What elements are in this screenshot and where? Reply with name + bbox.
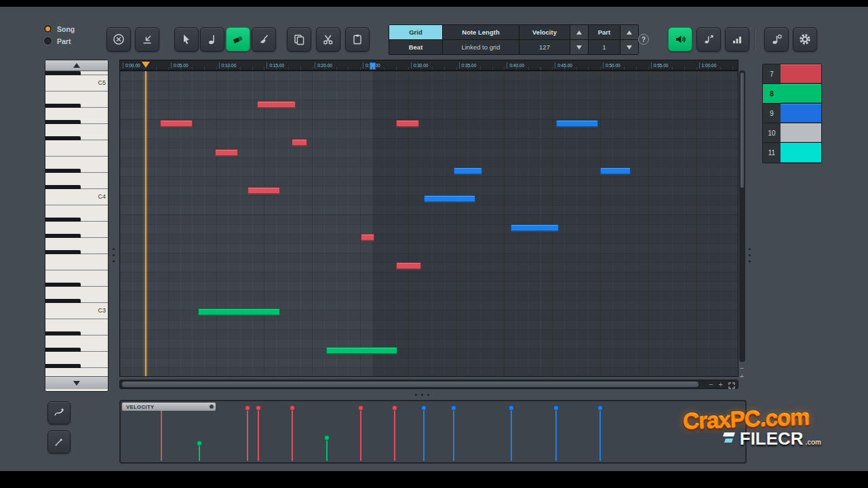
velocity-stem[interactable] <box>324 435 330 461</box>
part-up-button[interactable] <box>620 25 638 39</box>
velocity-value[interactable]: 127 <box>519 40 570 54</box>
velocity-stem-dot[interactable] <box>358 405 363 411</box>
midi-note[interactable] <box>257 101 296 108</box>
song-radio[interactable] <box>43 24 52 33</box>
piano-roll-grid[interactable] <box>119 70 738 377</box>
part-value[interactable]: 1 <box>589 40 620 54</box>
track-color-swatch[interactable] <box>781 143 821 163</box>
track-row[interactable]: 8 <box>763 84 821 104</box>
eraser-tool-button[interactable] <box>226 27 250 52</box>
export-part-button[interactable] <box>135 27 159 52</box>
track-row[interactable]: 11 <box>763 143 821 163</box>
velocity-stem[interactable] <box>256 405 261 461</box>
midi-note[interactable] <box>326 347 397 354</box>
velocity-stem[interactable] <box>553 405 559 461</box>
track-color-swatch[interactable] <box>781 84 821 103</box>
midi-note[interactable] <box>248 187 280 195</box>
editor-settings-button[interactable] <box>793 27 817 52</box>
clean-tool-button[interactable] <box>252 27 276 52</box>
timeline-ruler[interactable]: 0:00.000:05.000:10.000:15.000:20.000:25.… <box>119 60 738 70</box>
piano-white-key[interactable]: C3 <box>45 303 108 319</box>
midi-note[interactable] <box>361 234 374 241</box>
midi-note[interactable] <box>215 149 238 157</box>
track-color-swatch[interactable] <box>781 64 821 83</box>
velocity-down-button[interactable] <box>570 40 588 54</box>
draw-curve-tool-button[interactable] <box>47 401 71 424</box>
note-length-value[interactable]: Linked to grid <box>443 40 519 54</box>
note-settings-button[interactable] <box>764 27 789 52</box>
keyboard-scroll-down-button[interactable] <box>45 377 108 389</box>
transpose-button[interactable] <box>696 27 721 52</box>
part-mode-option[interactable]: Part <box>43 37 75 45</box>
velocity-stem[interactable] <box>421 405 427 461</box>
velocity-stem[interactable] <box>159 405 164 461</box>
velocity-stem[interactable] <box>597 405 603 461</box>
zoom-in-horizontal-button[interactable]: + <box>719 380 723 388</box>
velocity-stem[interactable] <box>290 405 295 461</box>
zoom-out-horizontal-button[interactable]: − <box>709 380 713 388</box>
piano-white-key[interactable]: C5 <box>45 75 108 92</box>
audition-toggle-button[interactable] <box>668 27 692 52</box>
lane-resize-handle[interactable] <box>415 394 417 396</box>
velocity-stem-dot[interactable] <box>421 405 427 411</box>
part-radio[interactable] <box>43 37 52 45</box>
quantize-button[interactable] <box>725 27 749 52</box>
velocity-lane-selector[interactable]: VELOCITY <box>122 403 216 411</box>
vertical-scrollbar[interactable] <box>739 70 745 362</box>
midi-note[interactable] <box>600 167 631 175</box>
velocity-stem-dot[interactable] <box>256 405 261 411</box>
track-color-swatch[interactable] <box>781 123 821 142</box>
velocity-stem-dot[interactable] <box>290 405 295 411</box>
velocity-stem-dot[interactable] <box>392 405 397 411</box>
horizontal-scrollbar-thumb[interactable] <box>122 382 698 387</box>
close-editor-button[interactable] <box>106 27 131 52</box>
copy-button[interactable] <box>287 27 311 52</box>
cut-button[interactable] <box>316 27 340 52</box>
midi-note[interactable] <box>292 139 307 146</box>
piano-white-key[interactable] <box>45 140 108 157</box>
velocity-up-button[interactable] <box>570 25 588 39</box>
draw-line-tool-button[interactable] <box>47 430 71 453</box>
velocity-stem[interactable] <box>245 405 250 461</box>
velocity-stem[interactable] <box>197 441 202 461</box>
midi-note[interactable] <box>424 195 475 203</box>
velocity-stem-dot[interactable] <box>451 405 456 411</box>
midi-note[interactable] <box>396 262 421 270</box>
velocity-stem[interactable] <box>392 405 397 461</box>
midi-note[interactable] <box>556 120 598 127</box>
grid-mode-cell[interactable]: Grid <box>389 25 442 39</box>
velocity-stem-dot[interactable] <box>509 405 514 411</box>
keyboard-scroll-up-button[interactable] <box>45 60 108 70</box>
beat-mode-cell[interactable]: Beat <box>389 40 442 54</box>
piano-white-key[interactable]: C4 <box>45 189 108 205</box>
track-row[interactable]: 9 <box>763 104 821 123</box>
playhead-marker[interactable] <box>142 62 150 68</box>
note-length-header[interactable]: Note Length <box>443 25 519 39</box>
paste-button[interactable] <box>345 27 370 52</box>
velocity-stem[interactable] <box>358 405 363 461</box>
midi-note[interactable] <box>396 120 419 127</box>
track-row[interactable]: 10 <box>763 123 821 143</box>
zoom-in-vertical-button[interactable]: + <box>740 373 744 380</box>
help-button[interactable]: ? <box>638 34 649 45</box>
velocity-stem[interactable] <box>451 405 456 461</box>
velocity-lane[interactable]: VELOCITY <box>119 400 747 464</box>
horizontal-scrollbar[interactable]: − + <box>119 380 738 389</box>
velocity-stem[interactable] <box>509 405 514 461</box>
vertical-scrollbar-thumb[interactable] <box>741 73 744 188</box>
draw-note-tool-button[interactable] <box>200 27 224 52</box>
right-resize-handle[interactable] <box>749 248 751 250</box>
zoom-out-vertical-button[interactable]: − <box>740 365 744 372</box>
velocity-stem-dot[interactable] <box>245 405 250 411</box>
velocity-stem-dot[interactable] <box>197 441 202 446</box>
part-down-button[interactable] <box>620 40 638 54</box>
velocity-stem-dot[interactable] <box>324 435 330 441</box>
song-mode-option[interactable]: Song <box>43 24 75 33</box>
left-resize-handle[interactable] <box>113 248 115 250</box>
part-end-marker[interactable] <box>370 62 376 70</box>
expand-view-button[interactable] <box>728 380 736 392</box>
midi-note[interactable] <box>160 120 193 127</box>
midi-note[interactable] <box>454 167 482 175</box>
velocity-stem-dot[interactable] <box>597 405 603 411</box>
track-color-swatch[interactable] <box>781 104 821 123</box>
